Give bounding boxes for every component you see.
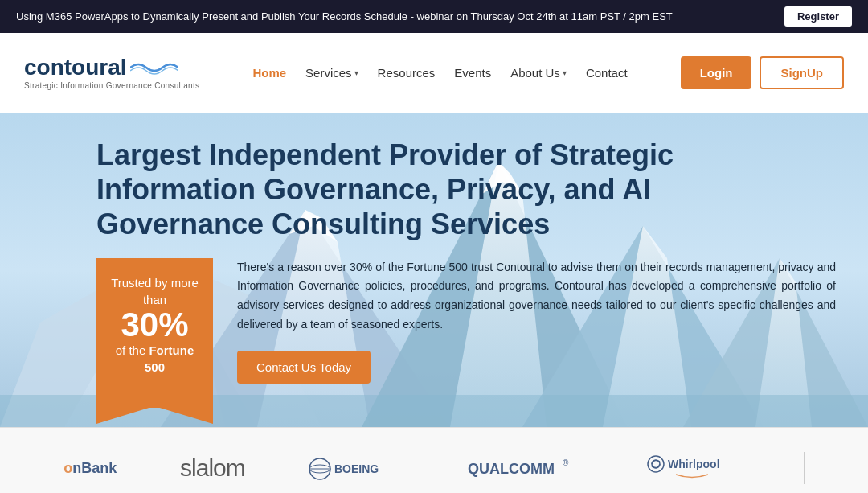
nav-item-home[interactable]: Home — [252, 66, 286, 80]
section-divider — [804, 452, 805, 484]
hero-text-block: There's a reason over 30% of the Fortune… — [237, 258, 836, 384]
trusted-percent: 30% — [108, 308, 201, 342]
nav-link-events[interactable]: Events — [454, 66, 491, 80]
nav-links: Home Services ▾ Resources Events About U… — [252, 66, 627, 80]
logo[interactable]: contoural — [24, 56, 178, 79]
banner-text: Using M365 PowerApps to Dynamically Pres… — [16, 10, 784, 23]
login-button[interactable]: Login — [681, 56, 752, 89]
logo-boeing: BOEING — [308, 454, 404, 483]
nav-item-resources[interactable]: Resources — [378, 66, 436, 80]
logo-wave-icon — [130, 60, 178, 76]
hero-content: Largest Independent Provider of Strategi… — [96, 138, 836, 408]
trusted-badge: Trusted by more than 30% of the Fortune … — [96, 258, 213, 408]
logos-section: onBank slalom BOEING QUALCOMM ® Whirlpoo… — [0, 427, 868, 493]
nav-item-events[interactable]: Events — [454, 66, 491, 80]
register-button[interactable]: Register — [784, 6, 852, 27]
hero-description: There's a reason over 30% of the Fortune… — [237, 258, 836, 335]
hero-section: Largest Independent Provider of Strategi… — [0, 113, 868, 427]
svg-point-21 — [648, 456, 664, 472]
trusted-fortune500: Fortune 500 — [145, 343, 194, 374]
nav-link-about[interactable]: About Us ▾ — [510, 66, 567, 80]
nav-link-contact[interactable]: Contact — [586, 66, 628, 80]
logo-text: contoural — [24, 56, 127, 79]
logo-qualcomm: QUALCOMM ® — [468, 454, 580, 483]
nav-buttons: Login SignUp — [681, 56, 844, 89]
logo-slalom: slalom — [180, 454, 245, 482]
nav-item-contact[interactable]: Contact — [586, 66, 628, 80]
svg-text:QUALCOMM: QUALCOMM — [468, 461, 555, 477]
nav-item-services[interactable]: Services ▾ — [305, 66, 358, 80]
signup-button[interactable]: SignUp — [760, 56, 844, 89]
svg-text:Whirlpool: Whirlpool — [668, 458, 720, 470]
trusted-line3: of the — [116, 343, 146, 357]
chevron-down-icon: ▾ — [354, 68, 358, 77]
main-nav: Home Services ▾ Resources Events About U… — [252, 66, 627, 80]
logo-onbank: onBank — [63, 460, 117, 477]
logo-tagline: Strategic Information Governance Consult… — [24, 81, 199, 90]
top-banner: Using M365 PowerApps to Dynamically Pres… — [0, 0, 868, 33]
hero-body: Trusted by more than 30% of the Fortune … — [96, 258, 836, 408]
nav-link-resources[interactable]: Resources — [378, 66, 436, 80]
trusted-line1: Trusted by — [111, 276, 167, 290]
chevron-down-icon-about: ▾ — [563, 68, 567, 77]
contact-us-button[interactable]: Contact Us Today — [237, 351, 371, 384]
svg-text:BOEING: BOEING — [334, 462, 379, 475]
hero-title: Largest Independent Provider of Strategi… — [96, 138, 780, 242]
nav-link-home[interactable]: Home — [252, 66, 286, 80]
logo-area: contoural Strategic Information Governan… — [24, 56, 199, 90]
header: contoural Strategic Information Governan… — [0, 33, 868, 113]
svg-text:®: ® — [563, 458, 569, 467]
nav-link-services[interactable]: Services ▾ — [305, 66, 358, 80]
logo-whirlpool: Whirlpool — [644, 452, 740, 484]
nav-item-about[interactable]: About Us ▾ — [510, 66, 567, 80]
